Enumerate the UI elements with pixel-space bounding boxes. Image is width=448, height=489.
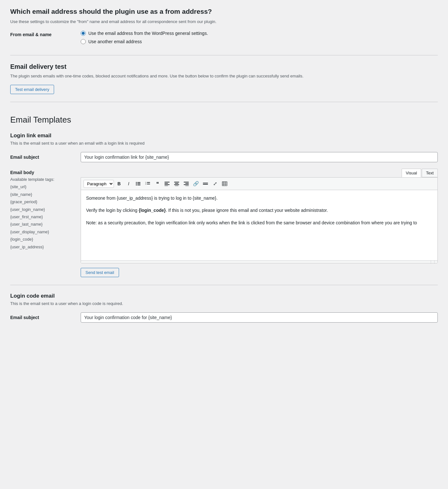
svg-rect-18 [184,182,189,182]
login-code-subject-control [81,312,438,323]
from-email-field-group: From email & name Use the email address … [10,31,438,47]
tag-user-first-name: {user_first_name} [10,213,81,220]
email-body-label-col: Email body Available template tags: {sit… [10,169,81,251]
email-subject-row: Email subject [10,152,438,162]
radio-wp-general-option[interactable]: Use the email address from the WordPress… [81,31,438,36]
email-subject-control [81,152,438,162]
login-link-email-title: Login link email [10,132,438,139]
svg-point-0 [136,182,137,183]
svg-rect-22 [203,183,208,183]
body-para-1: Someone from {user_ip_address} is trying… [86,195,432,202]
editor-resize-handle[interactable]: ⋮⋮ [81,261,437,263]
login-code-subject-input[interactable] [81,312,438,323]
tag-site-name: {site_name} [10,191,81,198]
svg-rect-24 [222,182,227,186]
email-subject-input[interactable] [81,152,438,162]
divider-3 [10,285,438,285]
tag-login-code: {login_code} [10,236,81,243]
svg-point-4 [136,185,137,186]
table-btn[interactable] [220,180,229,188]
email-delivery-title: Email delivery test [10,63,438,70]
test-email-delivery-button[interactable]: Test email delivery [10,85,54,94]
svg-rect-11 [164,183,168,184]
radio-wp-general-label: Use the email address from the WordPress… [88,31,208,36]
tag-user-login-name: {user_login_name} [10,206,81,213]
divider-2 [10,102,438,102]
link-btn[interactable]: 🔗 [191,180,200,188]
editor-tabs: Visual Text [402,169,438,177]
send-test-area: Send test email [81,268,438,277]
hr-btn[interactable] [201,180,210,188]
login-code-email-title: Login code email [10,293,438,299]
svg-rect-20 [184,184,189,185]
blockquote-btn[interactable]: ❝ [153,180,162,188]
radio-another-label: Use another email address [88,39,142,44]
tag-grace-period: {grace_period} [10,198,81,205]
available-tags-label: Available template tags: [10,176,81,183]
svg-rect-3 [137,183,140,184]
body-para-2: Verify the login by clicking {login_code… [86,207,432,214]
svg-rect-23 [203,184,208,185]
tag-user-last-name: {user_last_name} [10,220,81,228]
login-code-subject-label: Email subject [10,312,81,320]
align-right-btn[interactable] [182,180,191,188]
svg-rect-14 [174,182,179,182]
email-templates-title: Email Templates [10,115,438,125]
from-email-desc: Use these settings to customize the "fro… [10,19,438,25]
login-code-subject-row: Email subject [10,312,438,323]
from-email-section: Which email address should the plugin us… [10,8,438,47]
email-templates-section: Email Templates Login link email This is… [10,115,438,323]
tag-site-url: {site_url} [10,183,81,190]
editor-toolbar: Paragraph Heading 1 Heading 2 Heading 3 … [81,178,437,190]
tag-user-display-name: {user_display_name} [10,228,81,236]
radio-another-option[interactable]: Use another email address [81,39,438,44]
tag-user-ip-address: {user_ip_address} [10,243,81,251]
svg-text:2.: 2. [145,183,147,185]
svg-rect-12 [164,184,170,185]
from-email-options: Use the email address from the WordPress… [81,31,438,47]
svg-rect-5 [137,185,140,185]
from-email-title: Which email address should the plugin us… [10,8,438,15]
editor-wrapper: Paragraph Heading 1 Heading 2 Heading 3 … [81,177,438,263]
paragraph-select[interactable]: Paragraph Heading 1 Heading 2 Heading 3 … [84,180,114,188]
template-tags: Available template tags: {site_url} {sit… [10,176,81,251]
fullscreen-btn[interactable]: ⤢ [211,180,220,188]
editor-tabs-row: Visual Text [81,169,438,177]
align-left-btn[interactable] [163,180,172,188]
from-email-label: From email & name [10,31,81,37]
login-link-email-desc: This is the email sent to a user when an… [10,141,438,146]
svg-rect-9 [147,184,150,184]
login-code-email-desc: This is the email sent to a user when a … [10,301,438,306]
email-delivery-desc: The plugin sends emails with one-time co… [10,73,438,79]
svg-rect-13 [164,186,168,186]
email-delivery-section: Email delivery test The plugin sends ema… [10,63,438,94]
svg-point-2 [136,183,137,184]
svg-rect-21 [185,186,189,186]
italic-btn[interactable]: I [124,180,133,188]
send-test-email-button[interactable]: Send test email [81,268,119,277]
login-code-email-subsection: Login code email This is the email sent … [10,293,438,323]
ol-btn[interactable]: 1. 2. [143,180,152,188]
divider-1 [10,55,438,55]
email-body-editor-col: Visual Text Paragraph Heading 1 Heading … [81,169,438,277]
tab-text[interactable]: Text [422,169,438,177]
email-subject-label: Email subject [10,152,81,160]
svg-rect-19 [185,183,189,184]
svg-rect-17 [175,186,179,186]
svg-rect-1 [137,182,140,183]
bold-btn[interactable]: B [115,180,124,188]
email-body-editor[interactable]: Someone from {user_ip_address} is trying… [81,190,437,261]
svg-rect-16 [174,184,179,185]
tab-visual[interactable]: Visual [402,169,421,177]
login-link-email-subsection: Login link email This is the email sent … [10,132,438,277]
svg-rect-15 [175,183,179,184]
email-body-row: Email body Available template tags: {sit… [10,169,438,277]
email-body-label: Email body [10,170,81,175]
svg-rect-7 [147,182,150,183]
ul-btn[interactable] [134,180,143,188]
svg-rect-10 [164,182,170,182]
radio-another-input[interactable] [81,39,86,44]
radio-wp-general-input[interactable] [81,31,86,36]
body-para-3: Note: as a security precaution, the logi… [86,219,432,226]
align-center-btn[interactable] [172,180,181,188]
